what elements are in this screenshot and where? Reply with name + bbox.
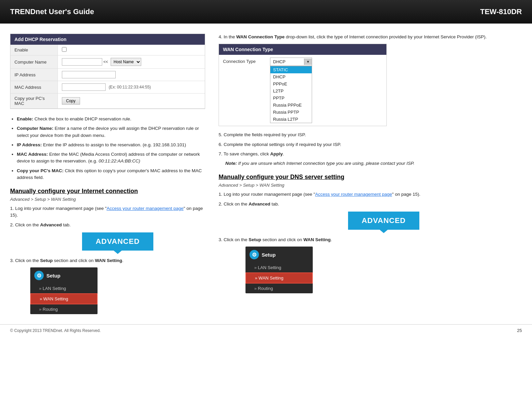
table-row: Enable <box>10 45 205 55</box>
double-arrow-icon: << <box>103 60 108 64</box>
page-header: TRENDnet User's Guide TEW-810DR <box>0 0 532 24</box>
gear-icon-right: ⚙ <box>250 250 259 259</box>
table-row: Computer Name << Host Name <box>10 55 205 69</box>
setup-item-lan-right[interactable]: LAN Setting <box>245 263 313 272</box>
wan-option-russia-pppoe[interactable]: Russia PPPoE <box>270 102 312 109</box>
setup-item-lan-left[interactable]: LAN Setting <box>30 284 98 293</box>
wan-conn-type-bold: WAN Connection Type <box>236 34 285 39</box>
enable-bold: Enable: <box>17 116 33 121</box>
apply-bold: Apply <box>270 151 283 156</box>
copy-button[interactable]: Copy <box>62 97 80 105</box>
wan-box-body: Connection Type DHCP ▼ STATIC DHCP PPPoE… <box>219 55 386 126</box>
advanced-button-wrap-left: ADVANCED <box>30 232 205 251</box>
header-title: TRENDnet User's Guide <box>10 7 94 16</box>
page-footer: © Copyright 2013 TRENDnet. All Rights Re… <box>0 324 532 336</box>
wan-option-static[interactable]: STATIC <box>270 66 312 73</box>
copy-pc-mac-label: Copy your PC's MAC <box>10 94 58 109</box>
note-text: Note: If you are unsure which Internet c… <box>225 161 415 166</box>
advanced-button-left[interactable]: ADVANCED <box>82 232 153 251</box>
setup-item-wan-left[interactable]: WAN Setting <box>30 293 98 304</box>
wan-option-pppoe[interactable]: PPPoE <box>270 80 312 87</box>
dhcp-reservation-box: Add DHCP Reservation Enable Computer Nam… <box>10 34 205 109</box>
mac-address-label: MAC Address <box>10 81 58 94</box>
dropdown-arrow-icon: ▼ <box>304 59 312 65</box>
router-management-link-right[interactable]: Access your router management page <box>315 192 392 197</box>
dhcp-box-title: Add DHCP Reservation <box>10 34 205 45</box>
wan-box-title: WAN Connection Type <box>219 44 386 55</box>
dns-step3: 3. Click on the Setup section and click … <box>219 236 522 243</box>
setup-item-wan-right[interactable]: WAN Setting <box>245 272 313 284</box>
wan-dropdown-wrap: DHCP ▼ STATIC DHCP PPPoE L2TP PPTP Russi… <box>270 58 312 123</box>
list-item: IP Address: Enter the IP address to assi… <box>17 142 205 148</box>
right-column: 4. In the WAN Connection Type drop-down … <box>219 34 522 318</box>
setup-item-routing-left[interactable]: Routing <box>30 304 98 314</box>
computer-name-bold: Computer Name: <box>17 126 53 131</box>
list-item: Enable: Check the box to enable DHCP res… <box>17 116 205 122</box>
dhcp-bullet-list: Enable: Check the box to enable DHCP res… <box>10 116 205 181</box>
list-item: Copy your PC's MAC: Click this option to… <box>17 168 205 181</box>
dns-step1: 1. Log into your router management page … <box>219 191 522 198</box>
table-row: IP Address <box>10 69 205 81</box>
wan-option-dhcp[interactable]: DHCP <box>270 73 312 80</box>
mac-address-bold: MAC Address: <box>17 152 48 157</box>
ip-address-bold: IP Address: <box>17 142 42 147</box>
setup-label-left: Setup <box>46 273 61 278</box>
wan-selected-value: DHCP <box>270 58 304 66</box>
left-step1: 1. Log into your router management page … <box>10 205 205 219</box>
internet-connection-heading: Manually configure your Internet connect… <box>10 188 205 195</box>
wan-setting-bold-left: WAN Setting <box>95 258 122 263</box>
router-management-link-left[interactable]: Access your router management page <box>107 206 184 211</box>
setup-item-routing-right[interactable]: Routing <box>245 284 313 293</box>
table-row: Copy your PC's MAC Copy <box>10 94 205 109</box>
enable-checkbox[interactable] <box>62 47 67 52</box>
hostname-select[interactable]: Host Name <box>111 58 141 66</box>
advanced-button-wrap-right: ADVANCED <box>245 212 522 230</box>
setup-menu-right: ⚙ Setup LAN Setting WAN Setting Routing <box>245 247 313 293</box>
setup-label-right: Setup <box>262 252 276 258</box>
copy-mac-bold: Copy your PC's MAC: <box>17 168 64 173</box>
advanced-bold-dns: Advanced <box>249 201 270 207</box>
list-item: Computer Name: Enter a name of the devic… <box>17 125 205 139</box>
gear-icon-left: ⚙ <box>34 271 44 280</box>
ip-address-label: IP Address <box>10 69 58 81</box>
right-step7: 7. To save changes, click Apply. <box>219 151 522 157</box>
setup-menu-left: ⚙ Setup LAN Setting WAN Setting Routing <box>30 267 98 314</box>
internet-connection-sub: Advanced > Setup > WAN Setting <box>10 197 205 202</box>
header-model: TEW-810DR <box>480 7 522 16</box>
right-step5: 5. Complete the fields required by your … <box>219 132 522 138</box>
wan-setting-bold-right: WAN Setting <box>303 237 331 242</box>
dns-section-heading: Manually configure your DNS server setti… <box>219 174 522 181</box>
wan-option-russia-pptp[interactable]: Russia PPTP <box>270 109 312 116</box>
left-step3: 3. Click on the Setup section and click … <box>10 257 205 264</box>
advanced-bold-left: Advanced <box>40 222 62 227</box>
wan-connection-type-box: WAN Connection Type Connection Type DHCP… <box>219 44 387 126</box>
left-column: Add DHCP Reservation Enable Computer Nam… <box>10 34 205 318</box>
list-item: MAC Address: Enter the MAC (Media Access… <box>17 151 205 165</box>
wan-dropdown-main[interactable]: DHCP ▼ <box>270 58 312 66</box>
computer-name-input[interactable] <box>62 58 102 66</box>
table-row: MAC Address (Ex: 00:11:22:33:44:55) <box>10 81 205 94</box>
wan-option-pptp[interactable]: PPTP <box>270 95 312 102</box>
mac-example-text: (Ex: 00:11:22:33:44:55) <box>109 85 151 89</box>
wan-option-russia-l2tp[interactable]: Russia L2TP <box>270 116 312 123</box>
enable-label: Enable <box>10 45 58 55</box>
wan-dropdown-list: STATIC DHCP PPPoE L2TP PPTP Russia PPPoE… <box>270 66 312 123</box>
setup-menu-title-right: ⚙ Setup <box>245 247 313 263</box>
note-bold: Note: <box>225 161 237 166</box>
dns-step2: 2. Click on the Advanced tab. <box>219 201 522 208</box>
main-content: Add DHCP Reservation Enable Computer Nam… <box>0 24 532 324</box>
connection-type-label: Connection Type <box>223 58 267 64</box>
computer-name-label: Computer Name <box>10 55 58 69</box>
wan-option-l2tp[interactable]: L2TP <box>270 87 312 95</box>
ip-address-input[interactable] <box>62 71 116 78</box>
setup-bold-left: Setup <box>40 258 53 263</box>
note-block: Note: If you are unsure which Internet c… <box>225 160 522 167</box>
left-step2: 2. Click on the Advanced tab. <box>10 222 205 228</box>
right-step6: 6. Complete the optional settings only i… <box>219 141 522 148</box>
advanced-button-right[interactable]: ADVANCED <box>348 212 419 230</box>
dhcp-table: Enable Computer Name << Host Name IP Add… <box>10 45 205 109</box>
footer-page-number: 25 <box>517 328 522 333</box>
dns-section-sub: Advanced > Setup > WAN Setting <box>219 183 522 188</box>
mac-address-input[interactable] <box>62 83 106 91</box>
right-step4: 4. In the WAN Connection Type drop-down … <box>219 34 522 40</box>
